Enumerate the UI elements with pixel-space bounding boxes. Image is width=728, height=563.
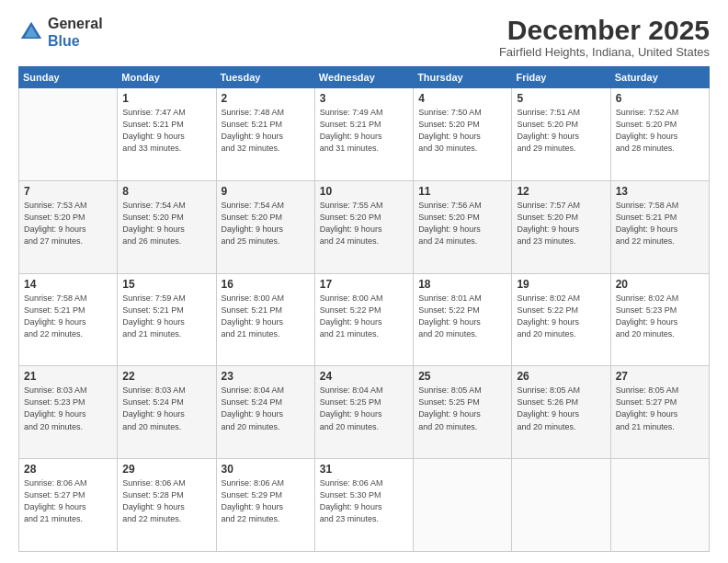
calendar-cell bbox=[512, 459, 610, 552]
day-number: 17 bbox=[320, 278, 408, 291]
day-info: Sunrise: 8:06 AM Sunset: 5:30 PM Dayligh… bbox=[320, 477, 408, 525]
day-number: 10 bbox=[320, 185, 408, 198]
calendar-cell: 24Sunrise: 8:04 AM Sunset: 5:25 PM Dayli… bbox=[314, 366, 413, 459]
calendar-cell: 4Sunrise: 7:50 AM Sunset: 5:20 PM Daylig… bbox=[414, 88, 512, 181]
day-number: 20 bbox=[616, 278, 704, 291]
weekday-header: Saturday bbox=[610, 67, 709, 88]
day-number: 26 bbox=[517, 370, 605, 383]
day-number: 21 bbox=[24, 370, 112, 383]
day-number: 29 bbox=[122, 463, 210, 476]
day-info: Sunrise: 8:06 AM Sunset: 5:28 PM Dayligh… bbox=[122, 477, 210, 525]
day-info: Sunrise: 8:00 AM Sunset: 5:21 PM Dayligh… bbox=[222, 293, 310, 340]
day-number: 1 bbox=[122, 92, 210, 105]
day-number: 6 bbox=[616, 92, 704, 105]
day-info: Sunrise: 8:04 AM Sunset: 5:24 PM Dayligh… bbox=[222, 385, 310, 432]
day-info: Sunrise: 7:59 AM Sunset: 5:21 PM Dayligh… bbox=[122, 293, 210, 340]
calendar-week-row: 7Sunrise: 7:53 AM Sunset: 5:20 PM Daylig… bbox=[19, 180, 710, 273]
calendar-cell: 18Sunrise: 8:01 AM Sunset: 5:22 PM Dayli… bbox=[414, 273, 512, 366]
day-info: Sunrise: 8:06 AM Sunset: 5:29 PM Dayligh… bbox=[222, 477, 310, 525]
day-info: Sunrise: 7:49 AM Sunset: 5:21 PM Dayligh… bbox=[320, 107, 408, 155]
calendar-cell: 25Sunrise: 8:05 AM Sunset: 5:25 PM Dayli… bbox=[414, 366, 512, 459]
calendar-cell: 21Sunrise: 8:03 AM Sunset: 5:23 PM Dayli… bbox=[19, 366, 118, 459]
day-info: Sunrise: 8:02 AM Sunset: 5:23 PM Dayligh… bbox=[616, 293, 704, 340]
calendar-cell: 12Sunrise: 7:57 AM Sunset: 5:20 PM Dayli… bbox=[512, 180, 610, 273]
day-number: 8 bbox=[122, 185, 210, 198]
location: Fairfield Heights, Indiana, United State… bbox=[499, 45, 710, 59]
day-number: 7 bbox=[24, 185, 112, 198]
calendar-cell: 9Sunrise: 7:54 AM Sunset: 5:20 PM Daylig… bbox=[216, 180, 314, 273]
day-number: 14 bbox=[24, 278, 112, 291]
calendar-cell: 26Sunrise: 8:05 AM Sunset: 5:26 PM Dayli… bbox=[512, 366, 610, 459]
day-number: 24 bbox=[320, 370, 408, 383]
day-number: 11 bbox=[418, 185, 506, 198]
day-number: 16 bbox=[222, 278, 310, 291]
day-number: 28 bbox=[24, 463, 112, 476]
day-number: 5 bbox=[517, 92, 605, 105]
calendar-table: SundayMondayTuesdayWednesdayThursdayFrid… bbox=[18, 66, 710, 552]
logo-text: General Blue bbox=[48, 15, 103, 50]
title-block: December 2025 Fairfield Heights, Indiana… bbox=[499, 15, 710, 59]
day-info: Sunrise: 7:57 AM Sunset: 5:20 PM Dayligh… bbox=[517, 200, 605, 247]
calendar-cell: 31Sunrise: 8:06 AM Sunset: 5:30 PM Dayli… bbox=[314, 459, 413, 552]
day-number: 13 bbox=[616, 185, 704, 198]
logo: General Blue bbox=[18, 15, 103, 50]
day-info: Sunrise: 8:05 AM Sunset: 5:26 PM Dayligh… bbox=[517, 385, 605, 432]
weekday-header: Thursday bbox=[414, 67, 512, 88]
calendar-cell: 3Sunrise: 7:49 AM Sunset: 5:21 PM Daylig… bbox=[314, 88, 413, 181]
calendar-cell: 5Sunrise: 7:51 AM Sunset: 5:20 PM Daylig… bbox=[512, 88, 610, 181]
day-number: 4 bbox=[418, 92, 506, 105]
calendar-cell: 2Sunrise: 7:48 AM Sunset: 5:21 PM Daylig… bbox=[216, 88, 314, 181]
day-number: 15 bbox=[122, 278, 210, 291]
weekday-header: Monday bbox=[118, 67, 216, 88]
day-number: 12 bbox=[517, 185, 605, 198]
weekday-header: Sunday bbox=[19, 67, 118, 88]
calendar-cell: 20Sunrise: 8:02 AM Sunset: 5:23 PM Dayli… bbox=[610, 273, 709, 366]
month-title: December 2025 bbox=[499, 15, 710, 45]
day-number: 31 bbox=[320, 463, 408, 476]
day-number: 23 bbox=[222, 370, 310, 383]
calendar-cell: 8Sunrise: 7:54 AM Sunset: 5:20 PM Daylig… bbox=[118, 180, 216, 273]
day-info: Sunrise: 7:48 AM Sunset: 5:21 PM Dayligh… bbox=[222, 107, 310, 155]
calendar-header-row: SundayMondayTuesdayWednesdayThursdayFrid… bbox=[19, 67, 710, 88]
day-info: Sunrise: 7:58 AM Sunset: 5:21 PM Dayligh… bbox=[616, 200, 704, 247]
day-info: Sunrise: 8:06 AM Sunset: 5:27 PM Dayligh… bbox=[24, 477, 112, 525]
day-info: Sunrise: 7:58 AM Sunset: 5:21 PM Dayligh… bbox=[24, 293, 112, 340]
day-info: Sunrise: 8:03 AM Sunset: 5:24 PM Dayligh… bbox=[122, 385, 210, 432]
day-info: Sunrise: 7:53 AM Sunset: 5:20 PM Dayligh… bbox=[24, 200, 112, 247]
day-number: 3 bbox=[320, 92, 408, 105]
weekday-header: Friday bbox=[512, 67, 610, 88]
page: General Blue December 2025 Fairfield Hei… bbox=[0, 0, 728, 563]
day-info: Sunrise: 8:04 AM Sunset: 5:25 PM Dayligh… bbox=[320, 385, 408, 432]
day-info: Sunrise: 7:47 AM Sunset: 5:21 PM Dayligh… bbox=[122, 107, 210, 155]
calendar-cell: 29Sunrise: 8:06 AM Sunset: 5:28 PM Dayli… bbox=[118, 459, 216, 552]
day-info: Sunrise: 7:55 AM Sunset: 5:20 PM Dayligh… bbox=[320, 200, 408, 247]
calendar-cell: 22Sunrise: 8:03 AM Sunset: 5:24 PM Dayli… bbox=[118, 366, 216, 459]
calendar-cell: 6Sunrise: 7:52 AM Sunset: 5:20 PM Daylig… bbox=[610, 88, 709, 181]
day-info: Sunrise: 8:01 AM Sunset: 5:22 PM Dayligh… bbox=[418, 293, 506, 340]
calendar-cell: 30Sunrise: 8:06 AM Sunset: 5:29 PM Dayli… bbox=[216, 459, 314, 552]
calendar-cell: 13Sunrise: 7:58 AM Sunset: 5:21 PM Dayli… bbox=[610, 180, 709, 273]
day-info: Sunrise: 7:51 AM Sunset: 5:20 PM Dayligh… bbox=[517, 107, 605, 155]
calendar-cell: 1Sunrise: 7:47 AM Sunset: 5:21 PM Daylig… bbox=[118, 88, 216, 181]
day-info: Sunrise: 7:56 AM Sunset: 5:20 PM Dayligh… bbox=[418, 200, 506, 247]
calendar-cell: 14Sunrise: 7:58 AM Sunset: 5:21 PM Dayli… bbox=[19, 273, 118, 366]
logo-general: General bbox=[48, 16, 103, 31]
calendar-cell: 23Sunrise: 8:04 AM Sunset: 5:24 PM Dayli… bbox=[216, 366, 314, 459]
day-number: 30 bbox=[222, 463, 310, 476]
day-number: 2 bbox=[222, 92, 310, 105]
calendar-cell: 17Sunrise: 8:00 AM Sunset: 5:22 PM Dayli… bbox=[314, 273, 413, 366]
calendar-cell bbox=[19, 88, 118, 181]
calendar-cell: 7Sunrise: 7:53 AM Sunset: 5:20 PM Daylig… bbox=[19, 180, 118, 273]
calendar-cell: 28Sunrise: 8:06 AM Sunset: 5:27 PM Dayli… bbox=[19, 459, 118, 552]
calendar-cell: 16Sunrise: 8:00 AM Sunset: 5:21 PM Dayli… bbox=[216, 273, 314, 366]
calendar-week-row: 28Sunrise: 8:06 AM Sunset: 5:27 PM Dayli… bbox=[19, 459, 710, 552]
calendar-week-row: 14Sunrise: 7:58 AM Sunset: 5:21 PM Dayli… bbox=[19, 273, 710, 366]
calendar-cell: 27Sunrise: 8:05 AM Sunset: 5:27 PM Dayli… bbox=[610, 366, 709, 459]
calendar-week-row: 21Sunrise: 8:03 AM Sunset: 5:23 PM Dayli… bbox=[19, 366, 710, 459]
weekday-header: Tuesday bbox=[216, 67, 314, 88]
day-number: 25 bbox=[418, 370, 506, 383]
day-number: 9 bbox=[222, 185, 310, 198]
day-info: Sunrise: 8:05 AM Sunset: 5:25 PM Dayligh… bbox=[418, 385, 506, 432]
logo-blue: Blue bbox=[48, 33, 80, 49]
day-info: Sunrise: 8:05 AM Sunset: 5:27 PM Dayligh… bbox=[616, 385, 704, 432]
